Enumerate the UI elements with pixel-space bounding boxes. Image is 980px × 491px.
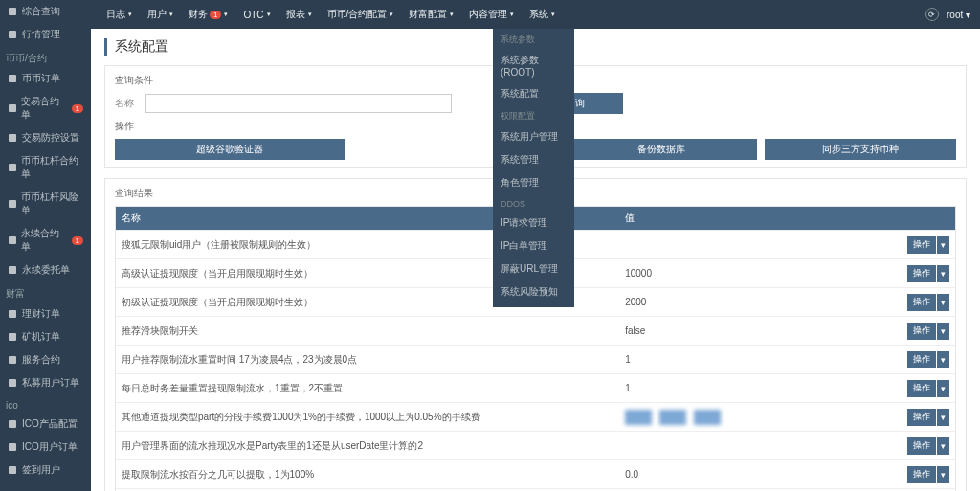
svg-rect-11 (9, 356, 16, 364)
topnav-item[interactable]: 报表▾ (280, 0, 318, 29)
sidebar-item[interactable]: 交易合约单1 (0, 90, 91, 126)
cell-value (619, 410, 888, 425)
cell-value: 10000 (619, 268, 888, 279)
action-button[interactable]: 操作 (907, 437, 936, 455)
sidebar-item[interactable]: ICO用户订单 (0, 435, 91, 458)
topnav-item[interactable]: 用户▾ (142, 0, 179, 29)
sidebar: 综合查询行情管理币币/合约币币订单交易合约单1交易防控设置币币杠杆合约单币币杠杆… (0, 0, 91, 491)
op-button-google[interactable]: 超级谷歌验证器 (115, 139, 345, 160)
svg-rect-4 (9, 134, 16, 142)
svg-rect-13 (9, 420, 16, 428)
dropdown-item[interactable]: 角色管理 (493, 171, 574, 194)
cell-name: 提取限制流水按百分之几可以提取，1为100% (116, 468, 619, 481)
topnav-item[interactable]: 财富配置▾ (403, 0, 459, 29)
action-button[interactable]: 操作 (907, 236, 936, 254)
sidebar-item[interactable]: 私募用户订单 (0, 371, 91, 394)
cell-name: 用户推荐限制流水重置时间 17为凌晨4点，23为凌晨0点 (116, 353, 619, 367)
action-button[interactable]: 操作 (907, 466, 936, 483)
cell-value: false (619, 325, 888, 336)
svg-rect-14 (9, 443, 16, 451)
table-row: 其他通道提现类型part的分段手续费1000为1%的手续费，1000以上为0.0… (116, 402, 955, 431)
sidebar-item[interactable]: 理财订单 (0, 302, 91, 325)
topbar-right: ⟳ root ▾ (925, 8, 970, 21)
dropdown-item[interactable]: 系统配置 (493, 82, 574, 105)
sidebar-item[interactable]: ICO产品配置 (0, 413, 91, 435)
topnav-item[interactable]: 内容管理▾ (463, 0, 520, 29)
dropdown-group-head: 系统参数 (493, 29, 574, 49)
name-label: 名称 (115, 97, 138, 110)
action-caret[interactable]: ▾ (937, 409, 949, 426)
sidebar-item[interactable]: 币币订单 (0, 67, 91, 90)
action-caret[interactable]: ▾ (937, 265, 949, 282)
name-input[interactable] (145, 94, 452, 113)
action-caret[interactable]: ▾ (937, 351, 949, 368)
svg-rect-9 (9, 310, 16, 318)
dropdown-item[interactable]: 系统参数(ROOT) (493, 49, 574, 82)
sidebar-item[interactable]: 永续委托单 (0, 258, 91, 281)
topnav: 日志▾用户▾财务1▾OTC▾报表▾币币/合约配置▾财富配置▾内容管理▾系统▾ (100, 0, 561, 29)
topbar: 日志▾用户▾财务1▾OTC▾报表▾币币/合约配置▾财富配置▾内容管理▾系统▾ ⟳… (91, 0, 980, 29)
sidebar-section-head: 财富 (0, 281, 91, 302)
action-button[interactable]: 操作 (907, 380, 936, 397)
svg-rect-7 (9, 236, 16, 244)
cell-name: 推荐滑块限制开关 (116, 324, 619, 338)
sidebar-item[interactable]: 永续合约单1 (0, 222, 91, 258)
topnav-item[interactable]: 财务1▾ (183, 0, 234, 29)
svg-rect-8 (9, 266, 16, 274)
system-dropdown: 系统参数系统参数(ROOT)系统配置权限配置系统用户管理系统管理角色管理DDOS… (493, 29, 574, 307)
topnav-item[interactable]: 日志▾ (100, 0, 138, 29)
action-caret[interactable]: ▾ (937, 437, 949, 455)
action-button[interactable]: 操作 (907, 294, 936, 311)
svg-rect-1 (9, 31, 16, 38)
sidebar-item[interactable]: 矿机订单 (0, 325, 91, 348)
op-button[interactable]: 备份数据库 (566, 139, 757, 160)
action-caret[interactable]: ▾ (937, 294, 949, 311)
dropdown-item[interactable]: 系统风险预知 (493, 280, 574, 303)
dropdown-item[interactable]: 系统用户管理 (493, 125, 574, 148)
svg-rect-15 (9, 466, 16, 474)
dropdown-group-head: 权限配置 (493, 105, 574, 125)
user-menu[interactable]: root ▾ (947, 10, 970, 20)
table-row: 提取限制流水按百分之几可以提取，1为100% 0.0 操作 ▾ (116, 459, 955, 488)
op-button[interactable]: 同步三方支持币种 (765, 139, 956, 160)
sidebar-item[interactable]: 服务合约 (0, 348, 91, 371)
action-button[interactable]: 操作 (907, 323, 936, 340)
th-value: 值 (619, 212, 888, 225)
sidebar-item[interactable]: 币币杠杆风险单 (0, 186, 91, 222)
cell-value: 1 (619, 383, 888, 393)
action-button[interactable]: 操作 (907, 265, 936, 282)
sidebar-item[interactable]: 交易防控设置 (0, 126, 91, 149)
dropdown-item[interactable]: IP请求管理 (493, 212, 574, 234)
topnav-item[interactable]: 币币/合约配置▾ (322, 0, 400, 29)
cell-value: 1 (619, 354, 888, 365)
action-caret[interactable]: ▾ (937, 466, 949, 483)
sidebar-section-head: 币币/合约 (0, 46, 91, 67)
action-caret[interactable]: ▾ (937, 380, 949, 397)
topnav-item[interactable]: 系统▾ (523, 0, 561, 29)
cell-value: 0.0 (619, 469, 888, 480)
cell-name: 其他通道提现类型part的分段手续费1000为1%的手续费，1000以上为0.0… (116, 411, 619, 424)
svg-rect-5 (9, 164, 16, 171)
main: 日志▾用户▾财务1▾OTC▾报表▾币币/合约配置▾财富配置▾内容管理▾系统▾ ⟳… (91, 0, 980, 491)
svg-rect-0 (9, 8, 16, 15)
sidebar-item[interactable]: 综合查询 (0, 0, 91, 23)
svg-rect-10 (9, 333, 16, 341)
dropdown-item[interactable]: 屏蔽URL管理 (493, 257, 574, 280)
topnav-item[interactable]: OTC▾ (237, 0, 276, 29)
sidebar-item[interactable]: 行情管理 (0, 23, 91, 46)
dropdown-group-head: DDOS (493, 194, 574, 212)
refresh-icon[interactable]: ⟳ (925, 8, 939, 21)
table-row: 用户推荐限制流水重置时间 17为凌晨4点，23为凌晨0点 1 操作 ▾ (116, 345, 955, 373)
sidebar-item[interactable]: 币币杠杆合约单 (0, 149, 91, 186)
dropdown-item[interactable]: IP白单管理 (493, 234, 574, 257)
svg-rect-2 (9, 75, 16, 82)
action-button[interactable]: 操作 (907, 351, 936, 368)
sidebar-item[interactable]: 签到用户 (0, 458, 91, 481)
svg-rect-12 (9, 379, 16, 387)
cell-name: 每日总时务差量重置提现限制流水，1重置，2不重置 (116, 382, 619, 395)
action-caret[interactable]: ▾ (937, 323, 949, 340)
action-button[interactable]: 操作 (907, 409, 936, 426)
dropdown-item[interactable]: 系统管理 (493, 148, 574, 171)
cell-name: 用户管理界面的流水推现况水是Party表里的1还是从userDate里计算的2 (116, 439, 619, 453)
action-caret[interactable]: ▾ (937, 236, 949, 254)
